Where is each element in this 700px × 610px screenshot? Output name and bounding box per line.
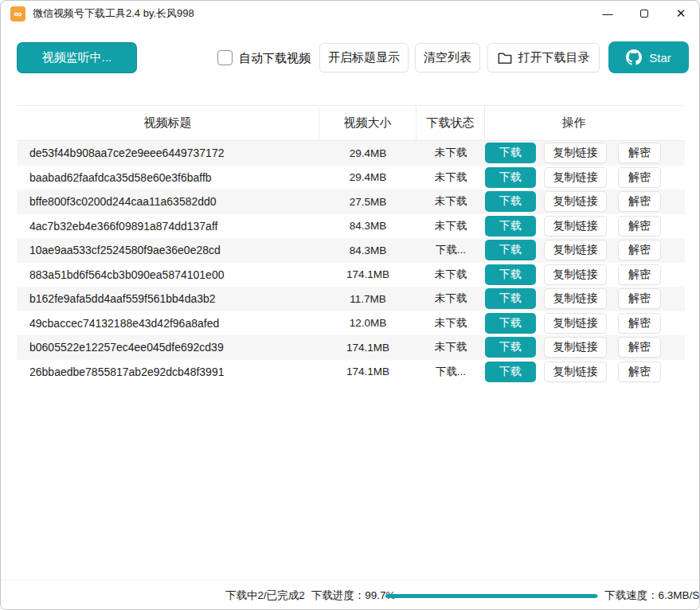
table-row: b0605522e12257ec4ee045dfe692cd39 174.1MB… <box>17 335 685 360</box>
download-button[interactable]: 下载 <box>485 288 536 309</box>
table-row: 49cbaccec74132188e43d42f96a8afed 12.0MB … <box>17 311 685 336</box>
decrypt-button[interactable]: 解密 <box>618 288 661 309</box>
table-row: 883a51bd6f564cb3b090ea5874101e00 174.1MB… <box>17 263 685 287</box>
download-status: 未下载 <box>416 340 485 354</box>
download-button[interactable]: 下载 <box>485 264 536 285</box>
open-download-dir-button[interactable]: 打开下载目录 <box>487 43 600 72</box>
video-size: 12.0MB <box>319 317 416 329</box>
table-row: de53f44b908aa7ce2e9eee6449737172 29.4MB … <box>17 141 685 166</box>
auto-download-label: 自动下载视频 <box>239 51 311 66</box>
github-star-button[interactable]: Star <box>608 41 689 73</box>
table-row: 26bbaedbe7855817ab2e92dcb48f3991 174.1MB… <box>17 360 685 385</box>
download-button[interactable]: 下载 <box>485 337 536 358</box>
header-video-size: 视频大小 <box>319 106 416 140</box>
download-progress-bar <box>385 594 598 598</box>
download-status: 未下载 <box>416 146 485 160</box>
download-status: 未下载 <box>416 291 485 306</box>
status-right-text: 下载速度：6.3MB/S <box>604 588 699 603</box>
copy-link-button[interactable]: 复制链接 <box>544 240 608 260</box>
toggle-title-display-label: 开启标题显示 <box>328 50 400 65</box>
toolbar: 视频监听中... 自动下载视频 开启标题显示 清空列表 打开下载目录 Star <box>1 26 699 88</box>
download-button[interactable]: 下载 <box>485 191 536 212</box>
decrypt-button[interactable]: 解密 <box>618 264 661 285</box>
video-size: 11.7MB <box>319 293 416 305</box>
open-download-dir-label: 打开下载目录 <box>518 50 590 65</box>
video-size: 84.3MB <box>319 220 416 232</box>
download-status: 未下载 <box>416 316 485 330</box>
video-title: de53f44b908aa7ce2e9eee6449737172 <box>17 147 319 159</box>
download-counts: 下载中2/已完成2 <box>225 589 305 601</box>
download-button[interactable]: 下载 <box>485 240 536 260</box>
video-title: 26bbaedbe7855817ab2e92dcb48f3991 <box>17 366 319 378</box>
video-table: 视频标题 视频大小 下载状态 操作 de53f44b908aa7ce2e9eee… <box>17 105 685 384</box>
github-star-label: Star <box>649 51 671 65</box>
video-title: 883a51bd6f564cb3b090ea5874101e00 <box>17 268 319 281</box>
download-button[interactable]: 下载 <box>485 362 536 382</box>
minimize-button[interactable]: — <box>589 1 626 26</box>
download-status: 下载... <box>416 243 485 257</box>
video-title: 4ac7b32eb4e366f09891a874dd137aff <box>17 220 319 233</box>
copy-link-button[interactable]: 复制链接 <box>544 288 608 309</box>
decrypt-button[interactable]: 解密 <box>618 362 661 382</box>
video-title: 49cbaccec74132188e43d42f96a8afed <box>17 317 319 330</box>
video-size: 174.1MB <box>319 268 416 280</box>
copy-link-button[interactable]: 复制链接 <box>544 264 608 285</box>
download-status: 未下载 <box>416 170 485 185</box>
video-title: b162fe9afa5dd4aaf559f561bb4da3b2 <box>17 292 319 305</box>
close-button[interactable]: ✕ <box>663 1 699 26</box>
auto-download-checkbox[interactable] <box>217 50 233 65</box>
table-row: b162fe9afa5dd4aaf559f561bb4da3b2 11.7MB … <box>17 287 685 311</box>
copy-link-button[interactable]: 复制链接 <box>544 337 608 358</box>
copy-link-button[interactable]: 复制链接 <box>544 191 608 212</box>
video-size: 29.4MB <box>319 171 416 183</box>
app-window: ∞ 微信视频号下载工具2.4 by.长风998 — ✕ 视频监听中... 自动下… <box>0 0 700 610</box>
row-actions: 下载 复制链接 解密 <box>485 313 685 334</box>
listen-status-button[interactable]: 视频监听中... <box>17 42 137 73</box>
row-actions: 下载 复制链接 解密 <box>485 337 685 358</box>
decrypt-button[interactable]: 解密 <box>618 143 661 163</box>
row-actions: 下载 复制链接 解密 <box>485 288 685 309</box>
decrypt-button[interactable]: 解密 <box>618 337 661 358</box>
download-button[interactable]: 下载 <box>485 167 536 188</box>
row-actions: 下载 复制链接 解密 <box>485 167 685 188</box>
video-size: 174.1MB <box>319 366 416 377</box>
title-bar: ∞ 微信视频号下载工具2.4 by.长风998 — ✕ <box>1 1 699 26</box>
download-button[interactable]: 下载 <box>485 216 536 237</box>
maximize-icon <box>640 10 648 18</box>
maximize-button[interactable] <box>626 1 663 26</box>
decrypt-button[interactable]: 解密 <box>618 167 661 188</box>
copy-link-button[interactable]: 复制链接 <box>544 216 608 237</box>
folder-icon <box>498 52 512 65</box>
toggle-title-display-button[interactable]: 开启标题显示 <box>319 43 409 72</box>
table-body: de53f44b908aa7ce2e9eee6449737172 29.4MB … <box>17 141 685 384</box>
decrypt-button[interactable]: 解密 <box>618 191 661 212</box>
download-status: 未下载 <box>416 268 485 282</box>
row-actions: 下载 复制链接 解密 <box>485 240 685 260</box>
copy-link-button[interactable]: 复制链接 <box>544 362 608 382</box>
table-row: baabad62faafdca35d58e60e3f6baffb 29.4MB … <box>17 166 685 190</box>
decrypt-button[interactable]: 解密 <box>618 216 661 237</box>
close-icon: ✕ <box>676 6 686 21</box>
video-size: 29.4MB <box>319 147 416 159</box>
github-icon <box>626 49 642 65</box>
download-button[interactable]: 下载 <box>485 313 536 334</box>
copy-link-button[interactable]: 复制链接 <box>544 143 608 163</box>
table-row: 4ac7b32eb4e366f09891a874dd137aff 84.3MB … <box>17 214 685 239</box>
clear-list-button[interactable]: 清空列表 <box>415 43 480 72</box>
clear-list-label: 清空列表 <box>424 50 471 65</box>
speed-value: 6.3MB/S <box>659 589 700 601</box>
download-status: 下载... <box>416 365 485 379</box>
copy-link-button[interactable]: 复制链接 <box>544 313 608 334</box>
download-status: 未下载 <box>416 194 485 209</box>
minimize-icon: — <box>603 8 613 20</box>
copy-link-button[interactable]: 复制链接 <box>544 167 608 188</box>
decrypt-button[interactable]: 解密 <box>618 240 661 260</box>
video-size: 84.3MB <box>319 244 416 256</box>
video-size: 174.1MB <box>319 342 416 354</box>
decrypt-button[interactable]: 解密 <box>618 313 661 334</box>
window-title: 微信视频号下载工具2.4 by.长风998 <box>33 6 194 21</box>
app-icon-glyph: ∞ <box>14 8 22 19</box>
row-actions: 下载 复制链接 解密 <box>485 191 685 212</box>
download-button[interactable]: 下载 <box>485 143 536 163</box>
status-bar: 下载中2/已完成2下载进度：99.7% 下载速度：6.3MB/S <box>1 580 699 609</box>
